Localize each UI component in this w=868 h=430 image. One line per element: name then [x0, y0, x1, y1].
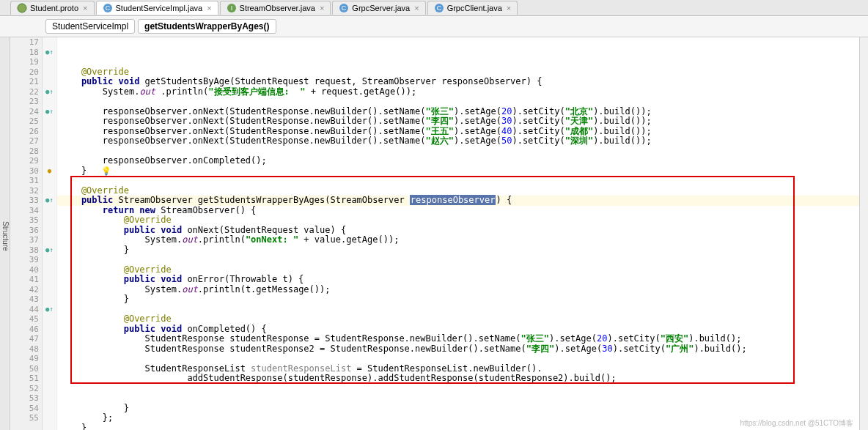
gutter-mark	[43, 176, 56, 186]
intention-bulb-icon[interactable]: 💡	[101, 166, 111, 177]
tab-grpcclient-java[interactable]: CGrpcClient.java×	[427, 1, 518, 15]
code-line[interactable]: public void onCompleted() {	[57, 325, 868, 335]
gutter-mark	[43, 186, 56, 196]
file-icon: C	[339, 3, 349, 13]
line-number: 28	[10, 147, 39, 157]
close-icon[interactable]: ×	[507, 4, 511, 12]
svg-text:C: C	[105, 4, 110, 12]
code-line[interactable]: public void onError(Throwable t) {	[57, 275, 868, 285]
line-number: 44	[10, 305, 39, 315]
line-number: 52	[10, 384, 39, 394]
code-line[interactable]: }	[57, 404, 868, 414]
line-number: 17	[10, 37, 39, 48]
gutter-mark	[43, 294, 56, 305]
code-line[interactable]	[57, 147, 868, 157]
gutter-mark	[43, 77, 56, 87]
code-line[interactable]: System.out.println(t.getMessage());	[57, 285, 868, 295]
gutter-mark	[43, 275, 56, 285]
code-line[interactable]: }	[57, 166, 868, 177]
code-line[interactable]: addStudentResponse(studentResponse).addS…	[57, 374, 868, 384]
line-number: 22	[10, 87, 39, 97]
code-line[interactable]: responseObserver.onNext(StudentResponse.…	[57, 116, 868, 127]
close-icon[interactable]: ×	[207, 4, 211, 12]
code-line[interactable]: return new StreamObserver() {	[57, 206, 868, 216]
close-icon[interactable]: ×	[320, 4, 324, 12]
gutter-mark	[43, 404, 56, 414]
gutter-mark	[43, 147, 56, 157]
gutter-mark	[43, 255, 56, 265]
gutter-mark: ●	[43, 166, 56, 177]
code-line[interactable]: @Override	[57, 314, 868, 325]
gutter-mark	[43, 97, 56, 107]
line-number: 54	[10, 404, 39, 414]
code-line[interactable]: responseObserver.onNext(StudentResponse.…	[57, 127, 868, 137]
ide-window: Student.proto×CStudentServiceImpl.java×I…	[0, 0, 868, 430]
code-line[interactable]: System.out.println("onNext: " + value.ge…	[57, 235, 868, 245]
line-number: 51	[10, 374, 39, 384]
breadcrumb-item[interactable]: getStudentsWrapperByAges()	[138, 19, 276, 34]
tab-student-proto[interactable]: Student.proto×	[10, 1, 95, 15]
file-icon	[17, 3, 27, 13]
line-number: 36	[10, 226, 39, 236]
close-icon[interactable]: ×	[83, 4, 87, 12]
code-line[interactable]: responseObserver.onNext(StudentResponse.…	[57, 136, 868, 147]
line-number: 48	[10, 344, 39, 355]
code-line[interactable]: @Override	[57, 265, 868, 275]
line-number: 42	[10, 285, 39, 295]
line-number: 19	[10, 57, 39, 67]
code-line[interactable]: public void getStudentsByAge(StudentRequ…	[57, 77, 868, 87]
code-line[interactable]: @Override	[57, 215, 868, 226]
line-number: 32	[10, 186, 39, 196]
tab-grpcserver-java[interactable]: CGrpcServer.java×	[332, 1, 425, 15]
tab-studentserviceimpl-java[interactable]: CStudentServiceImpl.java×	[96, 1, 218, 15]
gutter-mark	[43, 235, 56, 245]
tab-streamobserver-java[interactable]: IStreamObserver.java×	[220, 1, 331, 15]
line-number: 20	[10, 67, 39, 78]
code-line[interactable]	[57, 354, 868, 364]
breadcrumb-item[interactable]: StudentServiceImpl	[45, 19, 135, 34]
tool-window-bar[interactable]: Structure	[0, 37, 10, 430]
gutter-mark	[43, 374, 56, 384]
line-number: 55	[10, 413, 39, 423]
code-line[interactable]	[57, 393, 868, 404]
code-line[interactable]	[57, 384, 868, 394]
line-number: 53	[10, 393, 39, 404]
gutter-mark	[43, 206, 56, 216]
code-line[interactable]	[57, 255, 868, 265]
code-line[interactable]: StudentResponse studentResponse = Studen…	[57, 334, 868, 344]
gutter-mark	[43, 57, 56, 67]
tab-label: StreamObserver.java	[240, 4, 315, 12]
code-line[interactable]: responseObserver.onNext(StudentResponse.…	[57, 107, 868, 117]
code-line[interactable]	[57, 305, 868, 315]
code-editor[interactable]: @Override public void getStudentsByAge(S…	[57, 37, 868, 430]
code-line[interactable]	[57, 176, 868, 186]
code-line[interactable]: StudentResponse studentResponse2 = Stude…	[57, 344, 868, 355]
code-line[interactable]: @Override	[57, 186, 868, 196]
svg-point-0	[18, 4, 26, 12]
code-line[interactable]: public StreamObserver getStudentsWrapper…	[57, 196, 868, 206]
editor-area: Structure 171819202122232425262728293031…	[0, 37, 868, 430]
tab-label: Student.proto	[30, 4, 78, 12]
tab-label: GrpcClient.java	[447, 4, 502, 12]
line-number: 18	[10, 48, 39, 58]
code-line[interactable]: responseObserver.onCompleted();	[57, 156, 868, 166]
line-number: 29	[10, 156, 39, 166]
code-line[interactable]: }	[57, 245, 868, 256]
code-line[interactable]: }	[57, 294, 868, 305]
code-line[interactable]	[57, 97, 868, 107]
gutter-mark: ●↑	[43, 196, 56, 206]
close-icon[interactable]: ×	[414, 4, 419, 12]
code-line[interactable]: @Override	[57, 67, 868, 78]
code-line[interactable]: StudentResponseList studentResponseList …	[57, 364, 868, 374]
file-icon: I	[227, 3, 237, 13]
line-number: 47	[10, 334, 39, 344]
code-line[interactable]: public void onNext(StudentRequest value)…	[57, 226, 868, 236]
gutter-mark: ●↑	[43, 87, 56, 97]
error-stripe[interactable]	[859, 37, 868, 430]
gutter-mark	[43, 215, 56, 226]
line-number: 24	[10, 107, 39, 117]
gutter-mark	[43, 325, 56, 335]
code-line[interactable]: System.out .println("接受到客户端信息: " + reque…	[57, 87, 868, 97]
svg-text:I: I	[230, 4, 232, 12]
line-number: 49	[10, 354, 39, 364]
